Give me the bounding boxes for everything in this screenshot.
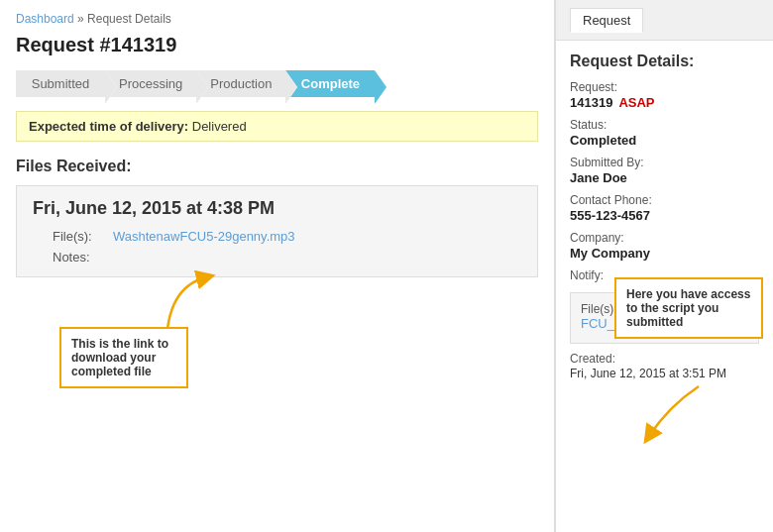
created-label: Created:	[570, 352, 759, 366]
breadcrumb-dashboard[interactable]: Dashboard	[16, 12, 74, 26]
detail-row-phone: Contact Phone: 555-123-4567	[570, 193, 759, 223]
sidebar-body: Request Details: Request: 141319 ASAP St…	[556, 41, 773, 400]
file-row: File(s): WashtenawFCU5-29genny.mp3	[33, 229, 521, 244]
main-content: Dashboard » Request Details Request #141…	[0, 0, 555, 532]
files-heading: Files Received:	[16, 158, 538, 175]
breadcrumb: Dashboard » Request Details	[16, 12, 538, 26]
file-date: Fri, June 12, 2015 at 4:38 PM	[33, 198, 521, 219]
breadcrumb-separator: »	[77, 12, 84, 26]
company-value: My Company	[570, 246, 759, 261]
request-label: Request:	[570, 80, 759, 94]
page-title: Request #141319	[16, 34, 538, 56]
delivery-label: Expected time of delivery:	[29, 119, 188, 134]
status-label: Status:	[570, 118, 759, 132]
delivery-notice: Expected time of delivery: Delivered	[16, 111, 538, 142]
contact-phone-label: Contact Phone:	[570, 193, 759, 207]
arrow-right-icon	[639, 376, 709, 446]
callout-left: This is the link to download your comple…	[59, 327, 188, 388]
delivery-value: Delivered	[192, 119, 247, 134]
contact-phone-value: 555-123-4567	[570, 208, 759, 223]
step-processing: Processing	[105, 70, 196, 97]
detail-row-submitted-by: Submitted By: Jane Doe	[570, 156, 759, 185]
submitted-by-label: Submitted By:	[570, 156, 759, 169]
sidebar: Request Request Details: Request: 141319…	[555, 0, 773, 532]
request-priority: ASAP	[618, 95, 654, 110]
detail-row-company: Company: My Company	[570, 231, 759, 261]
file-download-link[interactable]: WashtenawFCU5-29genny.mp3	[113, 229, 295, 244]
notes-row: Notes:	[33, 250, 521, 265]
sidebar-tab-bar: Request	[556, 0, 773, 41]
submitted-by-value: Jane Doe	[570, 170, 759, 185]
company-label: Company:	[570, 231, 759, 245]
status-value: Completed	[570, 133, 759, 148]
tab-request[interactable]: Request	[570, 8, 643, 33]
step-production: Production	[196, 70, 285, 97]
file-label: File(s):	[53, 229, 107, 244]
progress-bar: Submitted Processing Production Complete	[16, 70, 538, 97]
callout-right: Here you have access to the script you s…	[614, 277, 763, 339]
request-number: 141319	[570, 95, 612, 110]
sidebar-file-label: File(s):	[581, 302, 617, 316]
detail-row-status: Status: Completed	[570, 118, 759, 148]
breadcrumb-current: Request Details	[87, 12, 171, 26]
step-submitted: Submitted	[16, 70, 105, 97]
sidebar-section-title: Request Details:	[570, 53, 759, 70]
detail-row-request: Request: 141319 ASAP	[570, 80, 759, 110]
file-block: Fri, June 12, 2015 at 4:38 PM File(s): W…	[16, 185, 538, 277]
notes-label: Notes:	[53, 250, 107, 265]
step-complete: Complete	[285, 70, 375, 97]
